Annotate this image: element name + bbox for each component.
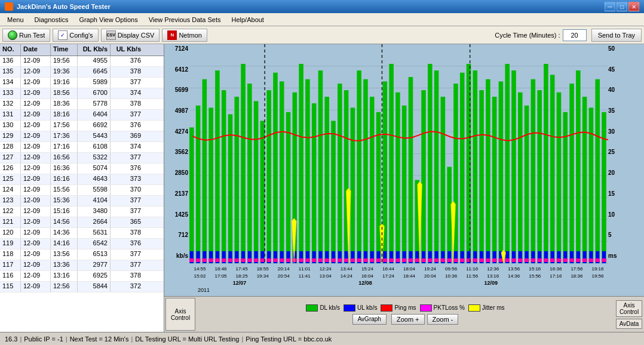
cell-dl: 5074 — [78, 164, 111, 174]
cycle-time-input[interactable] — [563, 29, 587, 41]
svg-rect-186 — [473, 258, 478, 262]
svg-rect-197 — [544, 258, 548, 262]
table-row[interactable]: 132 12-09 18:36 5778 378 — [0, 99, 164, 110]
configs-button[interactable]: ✓ Config's — [53, 29, 98, 42]
table-row[interactable]: 122 12-09 15:16 3480 377 — [0, 207, 164, 217]
zoom-out-button[interactable]: Zoom - — [427, 314, 459, 325]
svg-text:19:34: 19:34 — [257, 273, 269, 279]
cell-date: 12-09 — [21, 260, 51, 270]
table-row[interactable]: 135 12-09 19:36 6645 378 — [0, 67, 164, 78]
svg-rect-175 — [402, 258, 407, 262]
svg-rect-169 — [363, 258, 368, 262]
table-row[interactable]: 136 12-09 19:56 4955 376 — [0, 56, 164, 67]
legend-label: UL kb/s — [357, 304, 378, 311]
table-row[interactable]: 128 12-09 17:16 6108 374 — [0, 142, 164, 153]
svg-rect-143 — [196, 258, 201, 262]
minimize-button[interactable]: ─ — [605, 2, 615, 11]
y-axis-right-label: ms — [608, 252, 617, 259]
y-axis-left-label: 4987 — [175, 107, 188, 114]
legend: DL kb/sUL kb/sPing msPKTLoss %Jitter ms — [306, 304, 504, 312]
table-row[interactable]: 123 12-09 15:36 4104 377 — [0, 196, 164, 207]
svg-rect-202 — [576, 258, 581, 262]
svg-rect-51 — [441, 97, 446, 263]
svg-rect-39 — [363, 79, 368, 263]
legend-zoom-area: DL kb/sUL kb/sPing msPKTLoss %Jitter ms … — [197, 297, 614, 332]
table-row[interactable]: 134 12-09 19:16 5989 377 — [0, 78, 164, 88]
axis-control-button[interactable]: AxisControl — [165, 298, 195, 331]
menu-graph-view[interactable]: Graph View Options — [74, 15, 142, 24]
svg-rect-46 — [409, 77, 413, 263]
table-row[interactable]: 119 12-09 14:16 6542 376 — [0, 239, 164, 249]
svg-rect-155 — [273, 258, 278, 262]
cell-ul: 377 — [111, 110, 143, 120]
svg-text:12/09: 12/09 — [484, 280, 498, 286]
legend-item: PKTLoss % — [420, 304, 465, 312]
table-row[interactable]: 133 12-09 18:56 6700 374 — [0, 88, 164, 99]
cell-time: 14:56 — [51, 217, 78, 227]
cell-time: 13:56 — [51, 249, 78, 260]
table-row[interactable]: 130 12-09 17:56 6692 376 — [0, 121, 164, 131]
cell-ul: 377 — [111, 78, 143, 88]
header-date: Date — [21, 44, 51, 56]
svg-rect-52 — [447, 167, 452, 263]
table-row[interactable]: 127 12-09 16:56 5322 377 — [0, 153, 164, 164]
menu-menu[interactable]: Menu — [2, 15, 29, 24]
svg-rect-150 — [241, 258, 246, 262]
cell-no: 131 — [0, 110, 21, 120]
table-row[interactable]: 118 12-09 13:56 6513 377 — [0, 249, 164, 260]
svg-rect-62 — [511, 70, 516, 263]
table-row[interactable]: 116 12-09 13:16 6925 378 — [0, 271, 164, 282]
menu-view-previous[interactable]: View Previous Data Sets — [144, 15, 226, 24]
cell-no: 117 — [0, 260, 21, 270]
cell-no: 128 — [0, 142, 21, 152]
av-data-button[interactable]: AvData — [616, 319, 642, 329]
menu-diagnostics[interactable]: Diagnostics — [30, 15, 73, 24]
run-test-button[interactable]: Run Test — [2, 29, 50, 42]
cell-no: 123 — [0, 196, 21, 206]
svg-text:13:44: 13:44 — [341, 266, 353, 272]
svg-rect-171 — [376, 258, 381, 262]
display-csv-button[interactable]: CSV Display CSV — [101, 29, 160, 42]
svg-rect-71 — [569, 84, 574, 263]
table-row[interactable]: 124 12-09 15:56 5598 370 — [0, 185, 164, 196]
cell-no: 132 — [0, 99, 21, 109]
maximize-button[interactable]: □ — [617, 2, 627, 11]
right-axis-control-button[interactable]: AxisControl — [616, 300, 642, 317]
netmon-button[interactable]: N Netmon — [162, 29, 207, 42]
table-row[interactable]: 115 12-09 12:56 5844 372 — [0, 282, 164, 292]
table-row[interactable]: 121 12-09 14:56 2664 365 — [0, 217, 164, 228]
av-graph-button[interactable]: AvGraph — [352, 314, 387, 325]
y-axis-right-label: 40 — [608, 87, 615, 93]
svg-text:09:56: 09:56 — [445, 266, 458, 272]
cell-dl: 3480 — [78, 207, 111, 217]
svg-rect-159 — [299, 258, 303, 262]
configs-label: Config's — [69, 32, 93, 39]
table-row[interactable]: 125 12-09 16:16 4643 373 — [0, 174, 164, 185]
menu-help[interactable]: Help/About — [227, 15, 269, 24]
cell-no: 136 — [0, 56, 21, 66]
cell-dl: 4643 — [78, 174, 111, 184]
svg-rect-170 — [370, 258, 375, 262]
svg-rect-162 — [318, 258, 323, 262]
table-row[interactable]: 126 12-09 16:36 5074 376 — [0, 164, 164, 174]
cell-dl: 4104 — [78, 196, 111, 206]
y-axis-left-label: 1425 — [175, 211, 188, 218]
svg-rect-68 — [550, 75, 555, 263]
svg-text:17:16: 17:16 — [550, 273, 562, 279]
table-row[interactable]: 131 12-09 18:16 6404 377 — [0, 110, 164, 121]
cell-ul: 365 — [111, 217, 143, 227]
cell-ul: 376 — [111, 56, 143, 66]
table-row[interactable]: 129 12-09 17:36 5443 369 — [0, 131, 164, 142]
send-to-tray-button[interactable]: Send to Tray — [591, 29, 642, 42]
svg-rect-203 — [582, 258, 587, 262]
close-button[interactable]: ✕ — [628, 2, 639, 11]
svg-rect-204 — [589, 258, 594, 262]
cell-time: 15:36 — [51, 196, 78, 206]
zoom-in-button[interactable]: Zoom + — [391, 314, 425, 325]
cell-dl: 6700 — [78, 88, 111, 98]
table-row[interactable]: 120 12-09 14:36 5631 378 — [0, 228, 164, 239]
legend-label: Jitter ms — [482, 304, 505, 311]
y-axis-left-label: 2137 — [175, 190, 188, 197]
table-row[interactable]: 117 12-09 13:36 2977 377 — [0, 260, 164, 271]
y-axis-right-label: 30 — [608, 128, 615, 135]
